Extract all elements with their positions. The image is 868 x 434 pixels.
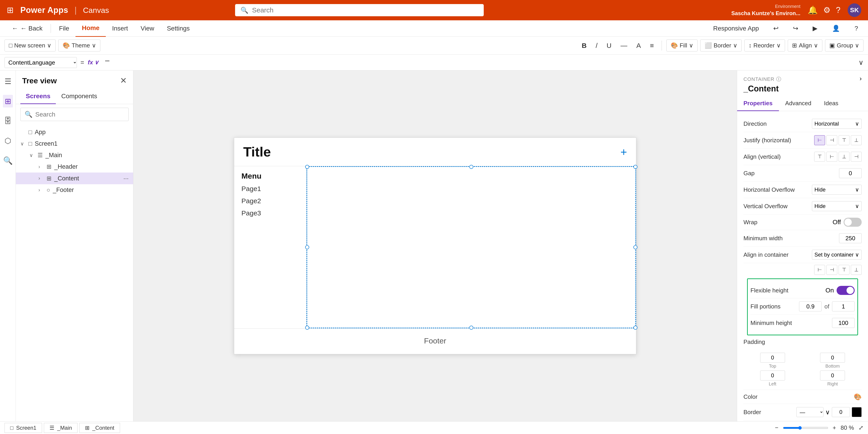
border-style-select[interactable]: —	[796, 407, 824, 417]
color-picker-icon[interactable]: 🎨	[854, 393, 862, 401]
back-button[interactable]: ← ← Back	[5, 20, 49, 37]
border-width-input[interactable]	[832, 407, 850, 417]
justify-left-icon[interactable]: ⊢	[814, 135, 825, 145]
layers-icon[interactable]: ⊞	[3, 95, 13, 107]
flex-height-toggle[interactable]	[837, 286, 855, 295]
fill-portions-input[interactable]	[799, 301, 822, 311]
handle-top-right[interactable]	[633, 165, 638, 169]
tree-item-app[interactable]: □ App	[16, 127, 133, 138]
theme-button[interactable]: 🎨 Theme ∨	[58, 39, 100, 52]
fit-icon[interactable]: ⤢	[859, 424, 864, 431]
menu-settings[interactable]: Settings	[160, 20, 196, 37]
zoom-slider[interactable]	[783, 426, 828, 430]
help-icon[interactable]: ?	[836, 5, 840, 15]
redo-button[interactable]: ↪	[788, 22, 803, 34]
menu-insert[interactable]: Insert	[106, 20, 134, 37]
fx-button[interactable]: fx ∨	[88, 59, 98, 66]
tree-close-button[interactable]: ✕	[120, 76, 127, 86]
tab-properties[interactable]: Properties	[737, 96, 779, 111]
search-input[interactable]	[252, 6, 478, 14]
sub-align-3-icon[interactable]: ⊤	[839, 265, 849, 275]
tab-components[interactable]: Components	[56, 89, 103, 104]
handle-bot-left[interactable]	[305, 326, 309, 330]
justify-center-icon[interactable]: ⊣	[827, 135, 837, 145]
handle-top-left[interactable]	[305, 165, 309, 169]
tree-item-screen1[interactable]: ∨ □ Screen1	[16, 138, 133, 149]
tree-item-content[interactable]: › ⊞ _Content ···	[16, 172, 133, 184]
justify-right-icon[interactable]: ⊤	[839, 135, 849, 145]
gap-input[interactable]	[839, 168, 862, 178]
page1-item[interactable]: Page1	[241, 185, 299, 193]
handle-bot-right[interactable]	[633, 326, 638, 330]
padding-right-input[interactable]	[820, 371, 845, 380]
tab-advanced[interactable]: Advanced	[779, 96, 818, 111]
undo-button[interactable]: ↩	[769, 22, 783, 34]
components-icon[interactable]: ⬡	[3, 134, 13, 147]
handle-mid-left[interactable]	[305, 245, 309, 249]
bell-icon[interactable]: 🔔	[808, 5, 818, 15]
screen1-tab[interactable]: □ Screen1	[4, 423, 42, 433]
tree-view-icon[interactable]: ☰	[3, 75, 13, 88]
align-middle-icon[interactable]: ⊢	[827, 152, 837, 162]
fill-button[interactable]: 🎨 Fill ∨	[666, 39, 698, 52]
strikethrough-button[interactable]: —	[617, 40, 630, 51]
zoom-plus-button[interactable]: +	[833, 424, 836, 431]
expand-icon[interactable]: ∨	[859, 59, 864, 66]
zoom-minus-button[interactable]: −	[775, 424, 778, 431]
tab-screens[interactable]: Screens	[20, 89, 56, 104]
sub-align-1-icon[interactable]: ⊢	[814, 265, 825, 275]
fill-portions-total-input[interactable]	[832, 301, 855, 311]
page3-item[interactable]: Page3	[241, 209, 299, 217]
canvas-selected-container[interactable]	[307, 166, 636, 328]
tab-ideas[interactable]: Ideas	[817, 96, 845, 111]
v-overflow-dropdown[interactable]: Hide ∨	[812, 201, 862, 211]
add-button[interactable]: +	[620, 145, 627, 159]
help-menu-button[interactable]: ?	[850, 23, 863, 34]
align-in-container-dropdown[interactable]: Set by container ∨	[812, 250, 862, 260]
bold-button[interactable]: B	[579, 40, 590, 51]
align-bottom-icon[interactable]: ⊥	[839, 152, 849, 162]
content-tab[interactable]: ⊞ _Content	[79, 423, 120, 433]
property-select[interactable]: ContentLanguage	[4, 57, 77, 68]
tree-item-footer[interactable]: › ○ _Footer	[16, 184, 133, 196]
align-text-button[interactable]: ≡	[647, 40, 657, 51]
main-tab[interactable]: ☰ _Main	[44, 423, 78, 433]
sub-align-2-icon[interactable]: ⊣	[827, 265, 837, 275]
data-icon[interactable]: 🗄	[2, 115, 13, 127]
font-size-button[interactable]: A	[633, 40, 644, 51]
new-screen-button[interactable]: □ New screen ∨	[4, 39, 56, 52]
page2-item[interactable]: Page2	[241, 197, 299, 205]
handle-top-center[interactable]	[469, 165, 473, 169]
min-width-input[interactable]	[839, 233, 862, 243]
search-icon[interactable]: 🔍	[1, 154, 14, 167]
align-button[interactable]: ⊞ Align ∨	[788, 39, 822, 52]
settings-icon[interactable]: ⚙	[823, 5, 831, 15]
tree-item-header[interactable]: › ⊞ _Header	[16, 161, 133, 172]
menu-view[interactable]: View	[134, 20, 160, 37]
underline-button[interactable]: U	[603, 40, 615, 51]
tree-item-main[interactable]: ∨ ☰ _Main	[16, 149, 133, 161]
border-color-swatch[interactable]	[852, 407, 862, 417]
formula-input[interactable]	[102, 57, 855, 68]
h-overflow-dropdown[interactable]: Hide ∨	[812, 185, 862, 195]
waffle-icon[interactable]: ⊞	[7, 5, 13, 15]
padding-bottom-input[interactable]	[820, 353, 845, 363]
wrap-toggle[interactable]	[844, 218, 862, 227]
avatar[interactable]: SK	[848, 3, 861, 17]
min-height-input[interactable]	[832, 318, 855, 328]
border-button[interactable]: ⬜ Border ∨	[700, 39, 742, 52]
padding-left-input[interactable]	[760, 371, 785, 380]
align-stretch-v-icon[interactable]: ⊣	[851, 152, 862, 162]
handle-bot-center[interactable]	[469, 326, 473, 330]
padding-top-input[interactable]	[760, 353, 785, 363]
direction-dropdown[interactable]: Horizontal ∨	[812, 119, 862, 129]
italic-button[interactable]: /	[592, 40, 600, 51]
play-button[interactable]: ▶	[808, 22, 822, 34]
tree-search-input[interactable]	[35, 111, 124, 118]
tree-search-box[interactable]: 🔍	[20, 108, 129, 121]
save-button[interactable]: 👤	[828, 22, 844, 34]
group-button[interactable]: ▣ Group ∨	[825, 39, 864, 52]
menu-home[interactable]: Home	[75, 20, 106, 37]
panel-collapse-button[interactable]: ›	[853, 70, 868, 87]
handle-mid-right[interactable]	[633, 245, 638, 249]
